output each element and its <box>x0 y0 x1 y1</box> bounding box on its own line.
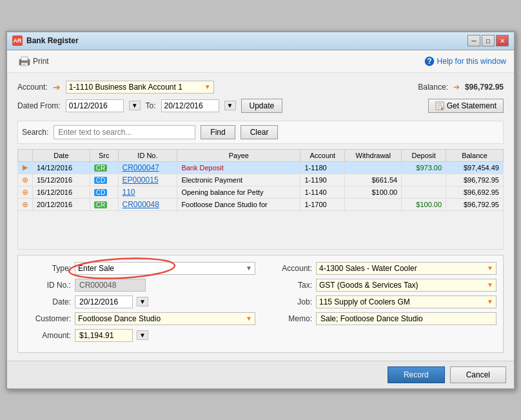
customer-row: Customer: Footloose Dance Studio ▼ <box>25 312 255 325</box>
form-date-input[interactable] <box>75 295 133 308</box>
row-date: 15/12/2016 <box>33 174 90 186</box>
row-deposit <box>402 174 446 186</box>
customer-dropdown-arrow: ▼ <box>246 315 252 322</box>
toolbar-left: Print <box>15 54 53 68</box>
cancel-button[interactable]: Cancel <box>450 366 506 383</box>
form-date-row: Date: ▼ <box>25 295 255 308</box>
row-payee: Footloose Dance Studio for <box>177 198 300 210</box>
form-grid: Type: Enter Sale ▼ <box>25 262 496 346</box>
search-input[interactable] <box>54 125 195 139</box>
search-label: Search: <box>22 128 48 137</box>
form-account-select[interactable]: 4-1300 Sales - Water Cooler ▼ <box>316 262 496 275</box>
print-button[interactable]: Print <box>15 54 53 68</box>
row-account: 1-1700 <box>300 198 345 210</box>
row-withdrawal <box>345 161 402 174</box>
help-button[interactable]: ? Help for this window <box>424 56 506 66</box>
svg-rect-3 <box>23 63 26 64</box>
row-balance: $96,692.95 <box>446 186 504 198</box>
form-date-label: Date: <box>25 297 71 306</box>
row-account: 1-1140 <box>300 186 345 198</box>
table-row[interactable]: ▶ 14/12/2016 CR CR000047 Bank Deposit 1-… <box>18 161 504 174</box>
type-select[interactable]: Enter Sale ▼ <box>75 262 255 275</box>
row-deposit <box>402 186 446 198</box>
table-row[interactable]: ⊕ 20/12/2016 CR CR000048 Footloose Dance… <box>18 198 504 210</box>
main-window: AR Bank Register ─ □ ✕ Print <box>6 31 515 390</box>
tax-select[interactable]: GST (Goods & Services Tax) ▼ <box>316 279 496 292</box>
row-date: 14/12/2016 <box>33 161 90 174</box>
amount-label: Amount: <box>25 331 71 340</box>
col-header-arrow <box>18 149 33 161</box>
svg-text:?: ? <box>427 57 431 66</box>
date-to-picker[interactable]: ▼ <box>224 101 236 110</box>
account-nav-arrow[interactable]: ➔ <box>53 82 61 92</box>
table-row[interactable]: ⊕ 16/12/2016 CD 110 Opening balance for … <box>18 186 504 198</box>
customer-value: Footloose Dance Studio <box>78 314 246 323</box>
row-src: CR <box>90 161 118 174</box>
record-button[interactable]: Record <box>388 366 445 383</box>
print-icon <box>19 56 30 66</box>
memo-input[interactable] <box>316 312 496 325</box>
row-balance: $97,454.49 <box>446 161 504 174</box>
job-row: Job: 115 Supply of Coolers GM ▼ <box>266 295 496 308</box>
row-payee: Opening balance for Petty <box>177 186 300 198</box>
tax-value: GST (Goods & Services Tax) <box>319 281 487 290</box>
type-row: Type: Enter Sale ▼ <box>25 262 255 275</box>
table-row[interactable]: ⊕ 15/12/2016 CD EP000015 Electronic Paym… <box>18 174 504 186</box>
balance-value: $96,792.95 <box>465 83 504 92</box>
form-date-picker[interactable]: ▼ <box>137 297 148 306</box>
transactions-table: Date Src ID No. Payee Account Withdrawal… <box>17 149 504 250</box>
type-select-wrapper: Enter Sale ▼ <box>75 262 255 275</box>
account-dropdown-arrow: ▼ <box>204 83 211 90</box>
amount-input[interactable] <box>75 329 133 342</box>
job-select[interactable]: 115 Supply of Coolers GM ▼ <box>316 295 496 308</box>
col-header-withdrawal: Withdrawal <box>345 149 402 161</box>
amount-dropdown[interactable]: ▼ <box>137 330 148 340</box>
find-button[interactable]: Find <box>201 125 235 139</box>
close-button[interactable]: ✕ <box>496 35 509 46</box>
title-bar: AR Bank Register ─ □ ✕ <box>7 32 514 50</box>
footer: Record Cancel <box>7 361 514 388</box>
clear-button[interactable]: Clear <box>241 125 279 139</box>
job-value: 115 Supply of Coolers GM <box>319 297 487 306</box>
dated-from-label: Dated From: <box>17 101 61 110</box>
account-label: Account: <box>17 83 48 92</box>
date-to-input[interactable] <box>161 99 219 112</box>
date-from-picker[interactable]: ▼ <box>129 101 141 110</box>
col-header-id: ID No. <box>118 149 177 161</box>
update-button[interactable]: Update <box>241 99 283 113</box>
window-title: Bank Register <box>26 36 467 45</box>
customer-select[interactable]: Footloose Dance Studio ▼ <box>75 312 255 325</box>
type-value: Enter Sale <box>78 264 246 273</box>
window-icon: AR <box>12 35 23 46</box>
row-src: CD <box>90 186 118 198</box>
balance-section: Balance: ➔ $96,792.95 <box>418 83 504 92</box>
row-account: 1-1180 <box>300 161 345 174</box>
get-statement-button[interactable]: Get Statement <box>428 99 504 113</box>
id-input[interactable] <box>75 279 146 292</box>
search-row: Search: Find Clear <box>17 121 504 144</box>
form-left: Type: Enter Sale ▼ <box>25 262 255 346</box>
balance-label: Balance: <box>418 83 448 92</box>
balance-arrow: ➔ <box>453 83 460 92</box>
table-row-empty <box>18 210 504 249</box>
col-header-balance: Balance <box>446 149 504 161</box>
date-row: Dated From: ▼ To: ▼ Update Get Statement <box>17 99 504 113</box>
row-withdrawal <box>345 198 402 210</box>
minimize-button[interactable]: ─ <box>467 35 480 46</box>
type-dropdown-arrow: ▼ <box>246 265 252 272</box>
row-deposit: $100.00 <box>402 198 446 210</box>
svg-rect-1 <box>21 57 28 61</box>
maximize-button[interactable]: □ <box>482 35 495 46</box>
account-select[interactable]: 1-1110 Business Bank Account 1 ▼ <box>66 81 214 94</box>
main-content: Account: ➔ 1-1110 Business Bank Account … <box>7 73 514 361</box>
date-from-input[interactable] <box>66 99 124 112</box>
amount-row: Amount: ▼ <box>25 329 255 342</box>
account-row: Account: ➔ 1-1110 Business Bank Account … <box>17 81 504 94</box>
col-header-payee: Payee <box>177 149 300 161</box>
form-account-dropdown-arrow: ▼ <box>487 265 493 272</box>
row-balance: $96,792.95 <box>446 174 504 186</box>
row-arrow: ▶ <box>18 161 33 174</box>
job-dropdown-arrow: ▼ <box>487 298 493 305</box>
date-to-label: To: <box>146 101 156 110</box>
type-label: Type: <box>25 264 71 273</box>
